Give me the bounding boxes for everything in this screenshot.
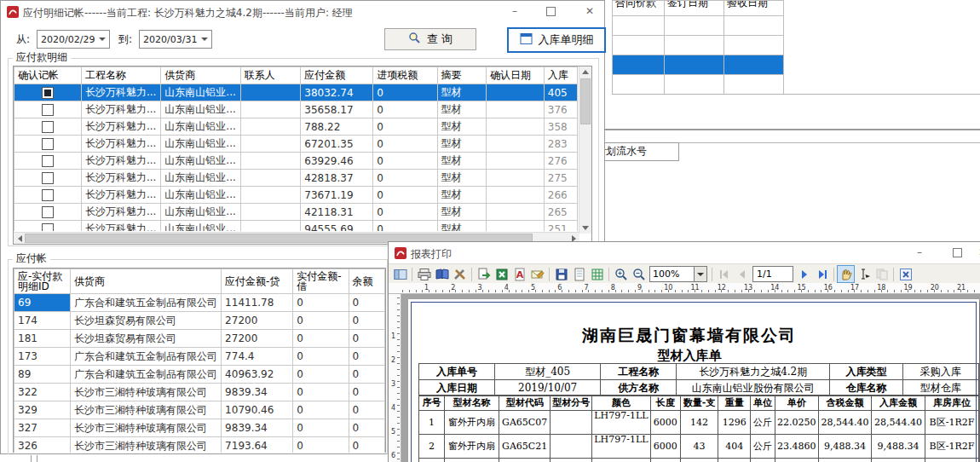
query-button[interactable]: 查 询 (384, 28, 476, 50)
report-cell (551, 459, 592, 462)
excel-export-icon[interactable] (493, 265, 510, 283)
column-header[interactable]: 验收日期 (724, 1, 784, 16)
column-header[interactable]: 余额 (349, 269, 384, 294)
chevron-down-icon[interactable] (694, 267, 706, 281)
export-file-icon[interactable] (475, 265, 493, 283)
minimize-icon[interactable]: – (912, 245, 927, 259)
next-page-icon[interactable] (795, 265, 813, 283)
payable-detail-row[interactable]: 长沙万科魅力...山东南山铝业...38032.740型材405 (14, 84, 578, 101)
column-header[interactable]: 实付金额-借 (293, 269, 349, 294)
pdf-export-icon[interactable]: A (510, 265, 528, 283)
confirm-checkbox[interactable] (42, 172, 54, 184)
column-header[interactable]: 确认记帐 (14, 67, 82, 84)
payable-detail-row[interactable]: 长沙万科魅力...山东南山铝业...73671.190型材266 (14, 187, 578, 204)
inbound-form-icon (520, 32, 533, 49)
table-row[interactable] (613, 55, 784, 75)
payable-row[interactable]: 327长沙市三湘特种玻璃有限公司9839.3400 (14, 419, 385, 437)
scroll-down-icon[interactable] (579, 222, 591, 234)
column-header[interactable]: 应-实付款明细ID (14, 269, 71, 294)
maximize-icon[interactable] (543, 4, 558, 18)
column-header[interactable]: 应付金额 (301, 67, 373, 84)
payable-row[interactable]: 329长沙市三湘特种玻璃有限公司10790.4600 (14, 401, 385, 419)
grid-export-icon[interactable] (588, 265, 606, 283)
confirm-checkbox[interactable] (42, 155, 54, 167)
first-page-icon[interactable] (715, 265, 733, 283)
last-page-icon[interactable] (813, 265, 831, 283)
confirm-checkbox[interactable] (42, 223, 54, 232)
hand-tool-icon[interactable] (837, 265, 855, 283)
payable-detail-row[interactable]: 长沙万科魅力...山东南山铝业...94555.690型材251 (14, 221, 578, 232)
confirm-checkbox[interactable] (42, 104, 54, 116)
table-cell: 型材 (437, 187, 486, 204)
column-header[interactable]: 工程名称 (81, 67, 160, 84)
column-header[interactable]: 签订日期 (665, 1, 724, 16)
table-cell: 27200 (222, 330, 293, 348)
close-icon[interactable]: ✕ (975, 245, 980, 259)
close-preview-icon[interactable] (896, 265, 914, 283)
minimize-icon[interactable]: – (507, 4, 522, 18)
payable-row[interactable]: 69广东合和建筑五金制品有限公司11411.7800 (14, 294, 385, 312)
table-cell: 0 (373, 136, 437, 153)
column-header[interactable]: 应付金额-贷 (222, 269, 293, 294)
payable-detail-row[interactable]: 长沙万科魅力...山东南山铝业...63929.460型材276 (14, 153, 578, 170)
tools-icon[interactable] (451, 265, 469, 283)
payable-detail-row[interactable]: 长沙万科魅力...山东南山铝业...42818.370型材275 (14, 170, 578, 187)
plan-serial-field[interactable]: 计划流水号 (599, 142, 679, 161)
copy-icon[interactable] (873, 265, 891, 283)
page-number-input[interactable]: 1/1 (752, 266, 793, 282)
payables-detail-table: 确认记帐工程名称供货商联系人应付金额进项税额摘要确认日期入库长沙万科魅力...山… (13, 66, 592, 245)
maximize-icon[interactable] (949, 245, 965, 259)
confirm-checkbox[interactable] (42, 121, 54, 133)
to-date-combo[interactable]: 2020/03/31 (139, 30, 212, 49)
prev-page-icon[interactable] (733, 265, 751, 283)
payable-row[interactable]: 174长沙坦森贸易有限公司2720000 (14, 312, 385, 330)
column-header[interactable]: 确认日期 (486, 67, 544, 84)
payable-detail-row[interactable]: 长沙万科魅力...山东南山铝业...35658.170型材376 (14, 101, 578, 118)
payable-row[interactable]: 173广东合和建筑五金制品有限公司774.400 (14, 348, 385, 366)
book-icon[interactable] (433, 265, 451, 283)
page-setup-icon[interactable] (570, 265, 588, 283)
payable-detail-row[interactable]: 长沙万科魅力...山东南山铝业...788.220型材358 (14, 118, 578, 136)
confirm-checkbox[interactable] (42, 189, 54, 201)
payable-detail-row[interactable]: 长沙万科魅力...山东南山铝业...42118.310型材265 (14, 204, 578, 221)
column-header[interactable]: 供货商 (161, 67, 240, 84)
table-row[interactable] (613, 16, 784, 36)
payable-row[interactable]: 326长沙市三湘特种玻璃有限公司7193.6400 (14, 437, 385, 453)
payable-row[interactable]: 89广东合和建筑五金制品有限公司40963.9200 (14, 366, 385, 384)
payable-row[interactable]: 322长沙市三湘特种玻璃有限公司9839.3400 (14, 384, 385, 401)
report-cell: 公斤 (751, 411, 775, 435)
zoom-select[interactable]: 100% (649, 266, 707, 282)
confirm-checkbox[interactable] (42, 206, 54, 218)
zoom-out-icon[interactable] (630, 265, 648, 283)
ruler-number: 18 (877, 284, 885, 292)
from-date-combo[interactable]: 2020/02/29 (37, 30, 110, 49)
column-header[interactable]: 联系人 (240, 67, 301, 84)
column-header[interactable]: 合同价款 (613, 1, 665, 16)
confirm-checkbox[interactable] (42, 87, 54, 99)
scroll-left-icon[interactable] (14, 233, 26, 244)
text-select-icon[interactable] (855, 265, 873, 283)
table-cell (486, 136, 544, 153)
scroll-up-icon[interactable] (579, 66, 591, 78)
scrollbar-thumb[interactable] (580, 78, 591, 124)
column-header[interactable]: 入库 (544, 67, 577, 84)
table-row[interactable] (613, 36, 784, 55)
payable-row[interactable]: 181长沙坦森贸易有限公司2720000 (14, 330, 385, 348)
zoom-in-icon[interactable] (612, 265, 630, 283)
print-icon[interactable] (415, 265, 433, 283)
confirm-checkbox[interactable] (42, 138, 54, 150)
table-row[interactable] (613, 75, 784, 95)
titlebar[interactable]: 报表打印 – ✕ (389, 242, 980, 264)
column-header[interactable]: 摘要 (437, 67, 486, 84)
payable-detail-row[interactable]: 长沙万科魅力...山东南山铝业...67201.350型材283 (14, 136, 578, 153)
vertical-scrollbar[interactable] (579, 66, 591, 234)
column-header[interactable]: 进项税额 (373, 67, 437, 84)
close-icon[interactable]: ✕ (582, 4, 597, 18)
print-preview-area[interactable]: 123456 湖南巨晟门窗幕墙有限公司 型材入库单 入库单号型材_405工程名称… (389, 294, 980, 462)
mail-icon[interactable] (528, 265, 546, 283)
titlebar[interactable]: 应付明细记帐------当前工程: 长沙万科魅力之城4.2期------当前用户… (1, 1, 604, 23)
inbound-detail-button[interactable]: 入库单明细 (507, 27, 606, 53)
doc-map-icon[interactable] (391, 265, 409, 283)
save-icon[interactable] (552, 265, 570, 283)
column-header[interactable]: 供货商 (71, 269, 222, 294)
